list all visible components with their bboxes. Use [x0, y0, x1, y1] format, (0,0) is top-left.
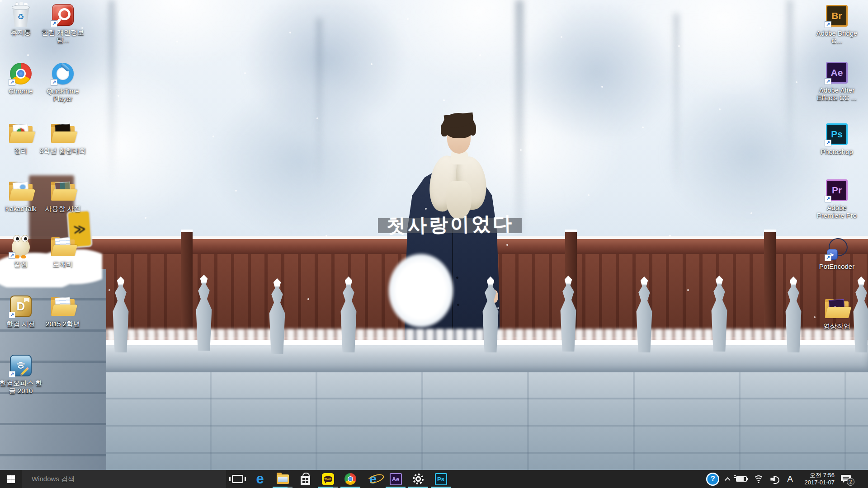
icon-label: 정리	[14, 147, 28, 155]
shortcut-arrow-icon: ↗	[825, 140, 831, 146]
falling-snow	[0, 0, 2, 2]
desktop-icon-hancom-privacy[interactable]: ↗ 한컴 개인정보탐...	[38, 3, 88, 44]
taskbar-settings[interactable]	[407, 470, 429, 488]
chrome-icon	[344, 473, 356, 485]
desktop-icon-hancom-office[interactable]: ㅎ ↗ 한컴오피스 한글 2010	[0, 353, 46, 394]
icon-label: Adobe After Effects CC ...	[813, 86, 861, 102]
icon-label: Chrome	[9, 87, 33, 95]
desktop-icon-premiere-pro[interactable]: Pr ↗ Adobe Premiere Pro	[812, 178, 862, 219]
stone-rail	[0, 340, 868, 373]
icon-label: QuickTime Player	[39, 87, 87, 103]
taskbar-after-effects[interactable]: Ae	[384, 470, 407, 488]
icon-label: 한컴오피스 한글 2010	[0, 379, 45, 394]
desktop-icon-folder-2015[interactable]: 2015 2학년	[38, 294, 88, 328]
volume-icon[interactable]	[770, 475, 781, 483]
taskbar-edge[interactable]: e	[249, 470, 271, 488]
task-view-icon	[232, 475, 243, 483]
desktop-icon-adobe-bridge[interactable]: Br ↗ Adobe Bridge C...	[812, 4, 862, 45]
icon-label: 알집	[14, 260, 28, 268]
taskbar-file-explorer[interactable]	[271, 470, 294, 488]
start-button[interactable]	[0, 470, 22, 488]
taskbar-store[interactable]	[294, 470, 316, 488]
taskbar: Windows 검색 e TALK	[0, 470, 868, 488]
ime-indicator[interactable]: A	[787, 474, 793, 484]
folder-icon	[51, 237, 75, 256]
folder-icon	[51, 124, 75, 143]
taskbar-internet-explorer[interactable]: e	[362, 470, 384, 488]
desktop-icon-quicktime[interactable]: ↗ QuickTime Player	[38, 61, 88, 103]
system-tray: ? A 오전 7:56 2017-01-07 2	[706, 470, 868, 488]
shortcut-arrow-icon: ↗	[825, 21, 831, 28]
wallpaper-caption-text: 첫사랑이었다	[379, 211, 521, 239]
taskbar-chrome[interactable]	[339, 470, 362, 488]
stone-wall	[0, 372, 868, 470]
shortcut-arrow-icon: ↗	[51, 20, 57, 27]
shortcut-arrow-icon: ↗	[9, 312, 15, 319]
taskbar-photoshop[interactable]: Ps	[429, 470, 452, 488]
icon-label: 도깨비	[53, 260, 73, 268]
taskbar-kakaotalk[interactable]: TALK	[316, 470, 339, 488]
store-icon	[301, 476, 310, 485]
shortcut-arrow-icon: ↗	[9, 252, 15, 259]
notification-badge: 2	[847, 478, 854, 486]
desktop-icon-folder-choir[interactable]: 3학년 합창대회	[38, 121, 88, 155]
shortcut-arrow-icon: ↗	[51, 79, 57, 86]
battery-icon[interactable]	[736, 476, 747, 482]
wallpaper-caption-band: 첫사랑이었다	[378, 218, 522, 233]
icon-label: PotEncoder	[819, 263, 854, 270]
icon-label: Photoshop	[821, 148, 853, 155]
clock-time: 오전 7:56	[799, 472, 835, 479]
folder-icon: Ae	[825, 299, 849, 318]
search-placeholder: Windows 검색	[32, 475, 75, 483]
action-center-button[interactable]: 2	[841, 475, 851, 483]
gear-icon	[413, 474, 424, 484]
photoshop-icon: Ps	[435, 473, 447, 485]
icon-label: 2015 2학년	[46, 320, 80, 328]
icon-label: 휴지통	[11, 28, 31, 36]
internet-explorer-icon: e	[369, 473, 377, 485]
recycle-bin-icon: ♻	[11, 3, 30, 27]
shortcut-arrow-icon: ↗	[9, 371, 15, 378]
folder-icon	[51, 182, 75, 201]
after-effects-icon: Ae	[390, 473, 402, 485]
clock-date: 2017-01-07	[799, 479, 835, 486]
icon-label: 사용할 사진	[45, 205, 80, 212]
shortcut-arrow-icon: ↗	[825, 196, 831, 202]
icon-label: Adobe Bridge C...	[813, 29, 861, 45]
windows-logo-icon	[7, 475, 15, 483]
folder-icon	[51, 297, 75, 316]
kakaotalk-icon: TALK	[322, 473, 334, 485]
taskbar-search[interactable]: Windows 검색	[22, 470, 226, 488]
folder-icon	[9, 182, 33, 201]
desktop-icon-folder-goblin[interactable]: 도깨비	[38, 235, 88, 268]
icon-label: 영상작업	[823, 322, 850, 330]
wifi-icon[interactable]	[753, 475, 764, 483]
icon-label: 한컴 사전	[6, 320, 35, 328]
shortcut-arrow-icon: ↗	[9, 79, 15, 86]
show-hidden-icons-chevron[interactable]	[725, 477, 731, 483]
file-explorer-icon	[277, 474, 289, 484]
icon-label: KakaoTalk	[5, 205, 36, 212]
snow-mound	[387, 252, 455, 329]
icon-label: 한컴 개인정보탐...	[39, 28, 87, 44]
icon-label: 3학년 합창대회	[40, 147, 86, 155]
help-tray-icon[interactable]: ?	[706, 473, 719, 486]
desktop-icon-folder-video-work[interactable]: Ae 영상작업	[812, 296, 862, 330]
icon-label: Adobe Premiere Pro	[813, 204, 861, 219]
desktop-icon-photoshop[interactable]: Ps ↗ Photoshop	[812, 122, 862, 155]
task-view-button[interactable]	[226, 470, 249, 488]
desktop-icon-potencoder[interactable]: ▶ ↗ PotEncoder	[812, 237, 862, 270]
edge-icon: e	[256, 473, 264, 485]
folder-icon	[9, 124, 33, 143]
shortcut-arrow-icon: ↗	[825, 78, 831, 85]
desktop-wallpaper: ≫ 첫사랑이었다	[0, 0, 868, 470]
windows-desktop: ≫ 첫사랑이었다	[0, 0, 868, 488]
desktop-icon-after-effects[interactable]: Ae ↗ Adobe After Effects CC ...	[812, 61, 862, 102]
taskbar-clock[interactable]: 오전 7:56 2017-01-07	[799, 472, 835, 486]
shortcut-arrow-icon: ↗	[825, 254, 831, 261]
taskbar-apps: e TALK e Ae	[226, 470, 452, 488]
desktop-icon-folder-photos[interactable]: 사용할 사진	[38, 179, 88, 212]
